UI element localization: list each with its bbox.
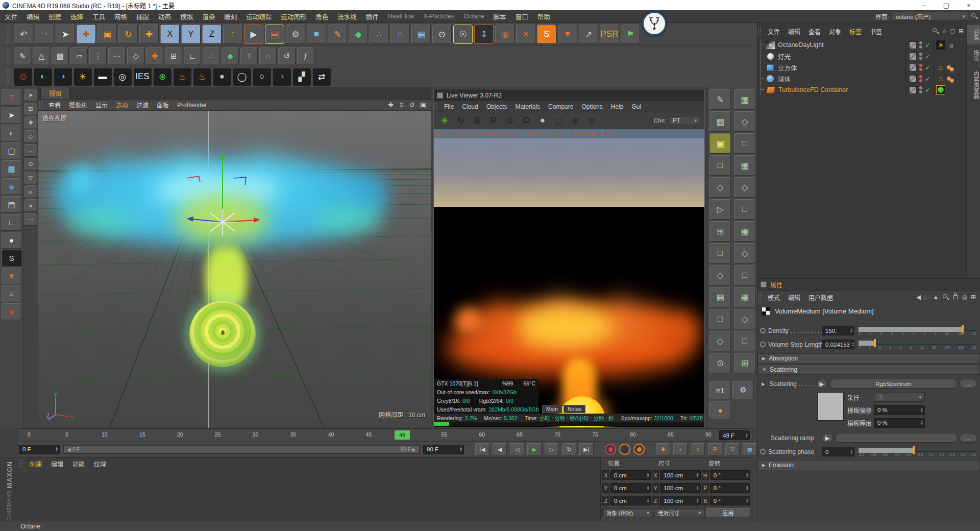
rotate-tool[interactable]: ↻ — [118, 25, 138, 44]
floor-object-button[interactable]: ▦ — [411, 25, 431, 44]
texture-preview-swatch[interactable] — [817, 392, 844, 421]
menu-pipeline[interactable]: 流水线 — [333, 10, 361, 23]
undo-button[interactable]: ↶ — [14, 25, 33, 44]
array-tool-button[interactable]: ∴ — [203, 47, 220, 64]
visibility-toggle[interactable] — [909, 64, 917, 71]
attr-search-icon[interactable] — [942, 294, 949, 301]
palette-icon-a5[interactable]: ◇ — [709, 177, 731, 198]
render-elements-button[interactable]: ▥ — [495, 25, 514, 44]
vp-menu-cameras[interactable]: 摄像机 — [65, 100, 91, 111]
octane-proxy-button[interactable]: ▞ — [292, 68, 311, 86]
palette-icon-a4[interactable]: □ — [709, 155, 731, 176]
palette-icon-b10[interactable]: ▦ — [734, 287, 755, 307]
animation-dot[interactable] — [760, 328, 766, 333]
panel-grip[interactable] — [19, 458, 23, 468]
grid-toggle-icon[interactable]: ⊞ — [24, 103, 37, 115]
home-icon[interactable]: ⌂ — [943, 28, 946, 35]
om-menu-tags[interactable]: 标签 — [845, 25, 866, 38]
lock-resolution-icon[interactable]: Ω — [520, 114, 533, 127]
loop-playback-button[interactable]: ↻ — [562, 443, 576, 455]
palette-icon-b4[interactable]: ▦ — [734, 155, 755, 176]
palette-icon-a11[interactable]: □ — [709, 309, 731, 329]
viewport-maximize-icon[interactable]: ▣ — [420, 101, 426, 109]
visibility-toggle[interactable] — [909, 53, 917, 60]
enable-check-icon[interactable]: ✓ — [925, 41, 930, 49]
octane-glossy-material-button[interactable]: ◑ — [54, 68, 72, 86]
panel-grip[interactable] — [757, 292, 762, 303]
attr-menu-edit[interactable]: 编辑 — [784, 291, 804, 304]
layer-manager-icon[interactable]: ≡1 — [709, 381, 731, 399]
restart-render-icon[interactable]: ↻ — [454, 114, 468, 127]
add-cube-object-button[interactable]: ■ — [307, 25, 326, 44]
vp-menu-options[interactable]: 选项 — [112, 100, 132, 111]
visibility-toggle[interactable] — [909, 86, 917, 94]
visibility-dots[interactable] — [919, 86, 922, 93]
visibility-toggle[interactable] — [909, 75, 917, 83]
object-name[interactable]: TurbulenceFD Container — [778, 86, 848, 93]
om-menu-edit[interactable]: 编辑 — [784, 25, 804, 38]
scattering-phase-slider[interactable]: -1.0-0.8-0.6-0.4-0.2-0.00.20.40.60.81.0 — [859, 446, 976, 458]
spline-tool-button[interactable]: ↺ — [278, 47, 296, 64]
visibility-dots[interactable] — [919, 75, 922, 82]
mat-menu-create[interactable]: 创建 — [25, 457, 46, 470]
tab-main[interactable]: Main — [542, 405, 562, 413]
checker-icon[interactable]: ▩ — [2, 160, 22, 177]
close-button[interactable]: × — [958, 0, 980, 10]
palette-icon-b6[interactable]: □ — [734, 199, 755, 220]
enable-snap-button[interactable]: ✚ — [146, 47, 163, 64]
target-icon[interactable]: ◎ — [962, 294, 967, 301]
material-ball-icon[interactable]: ● — [536, 114, 549, 127]
rgbspectrum-button[interactable]: RgbSpectrum — [829, 379, 958, 389]
redo-button[interactable]: ↷ — [35, 25, 54, 44]
polygons-mode-button[interactable]: ◇ — [127, 47, 144, 64]
history-forward-icon[interactable]: ▷ — [924, 294, 929, 301]
tfd-emitter-tag-icon[interactable]: ♨ — [936, 74, 945, 83]
octane-vdb-volume-button-1[interactable]: ♨ — [173, 68, 191, 86]
fx-tool-button[interactable]: ƒ — [297, 47, 314, 64]
edges-mode-button[interactable]: ⋯ — [108, 47, 126, 64]
kernel-settings-icon[interactable]: ⚙ — [503, 114, 517, 127]
palette-icon-a2[interactable]: ▦ — [709, 111, 731, 132]
play-backwards-button[interactable]: ◀ — [493, 443, 507, 455]
array-generator-button[interactable]: ∴ — [370, 25, 389, 44]
layer-palette-icon[interactable]: ▤ — [2, 196, 22, 213]
panel-grip[interactable] — [434, 102, 438, 111]
menu-script[interactable]: 脚本 — [489, 10, 511, 23]
octane-scatter-button[interactable]: ⇄ — [312, 68, 331, 86]
sun-expression-tag-icon[interactable]: ☼ — [947, 40, 956, 50]
octane-dark-ball-icon[interactable]: S — [2, 250, 22, 267]
palette-icon-a7[interactable]: ⊞ — [709, 221, 731, 242]
reset-icon[interactable]: R — [487, 114, 500, 127]
menu-motion-tracker[interactable]: 运动跟踪 — [241, 10, 276, 23]
move-tool[interactable]: ✚ — [77, 25, 96, 44]
ramp-browse-button[interactable]: ... — [960, 433, 977, 443]
menu-mograph[interactable]: 运动图形 — [276, 10, 311, 23]
texture-link-button[interactable]: ▶ — [816, 379, 827, 389]
om-menu-objects[interactable]: 对象 — [825, 25, 845, 38]
texture-browse-button[interactable]: ... — [960, 379, 977, 389]
workplane-mode-button[interactable]: ▱ — [70, 47, 88, 64]
palette-icon-a1[interactable]: ✎ — [709, 89, 731, 110]
next-frame-button[interactable]: ▷ — [545, 443, 559, 455]
visibility-dots[interactable] — [919, 53, 922, 60]
attribute-panel-titlebar[interactable]: 属性 — [757, 279, 980, 291]
record-parameter-toggle[interactable]: P — [708, 443, 722, 455]
spline-pen-button[interactable]: ✎ — [328, 25, 347, 44]
scattering-section-header[interactable]: ▼Scattering — [757, 365, 980, 375]
mat-menu-function[interactable]: 功能 — [68, 457, 89, 470]
timeline-playhead[interactable]: 49 — [395, 430, 410, 440]
octane-plugin-button[interactable]: ⇩ — [474, 25, 494, 44]
interface-dropdown[interactable]: octane (用户)▼ — [892, 12, 968, 21]
center-tool-icon[interactable]: ⊙ — [24, 158, 37, 171]
record-scale-toggle[interactable]: ▪ — [673, 443, 688, 455]
object-name[interactable]: OctaneDayLight — [778, 41, 824, 49]
parent-icon[interactable]: ▲ — [933, 294, 939, 301]
octane-material-ball-glass[interactable]: ◯ — [233, 68, 251, 86]
palette-icon-b12[interactable]: □ — [734, 331, 755, 351]
scale-tool[interactable]: ▣ — [97, 25, 117, 44]
text-tool-button[interactable]: T — [240, 47, 258, 64]
mouse-icon[interactable]: ● — [2, 232, 22, 249]
om-menu-file[interactable]: 文件 — [764, 25, 784, 38]
pick-focus-icon[interactable]: ⊕ — [569, 114, 582, 127]
enable-check-icon[interactable]: ✓ — [925, 64, 930, 71]
